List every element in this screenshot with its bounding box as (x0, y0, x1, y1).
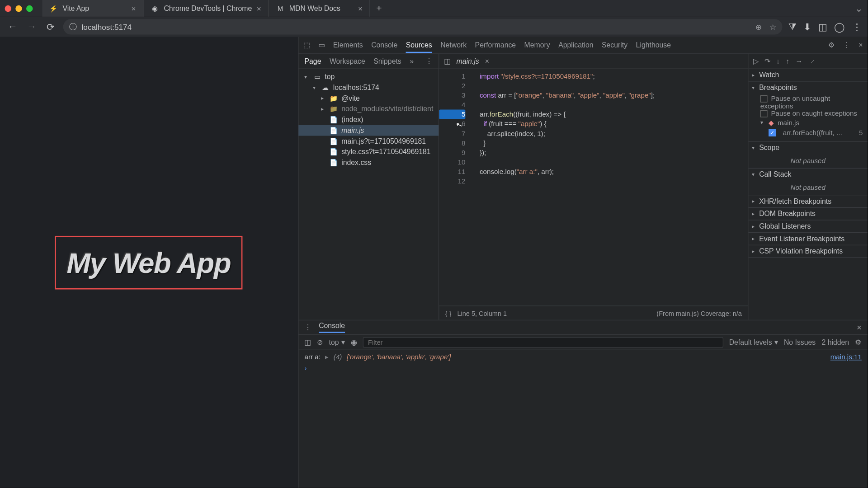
console-filter-input[interactable]: Filter (363, 337, 723, 347)
more-subtabs-icon[interactable]: » (410, 57, 414, 65)
zoom-icon[interactable]: ⊕ (755, 22, 762, 31)
watch-pane[interactable]: ▸Watch (748, 69, 868, 81)
log-levels-selector[interactable]: Default levels▾ (729, 338, 778, 346)
subtab-workspace[interactable]: Workspace (330, 57, 365, 65)
deactivate-breakpoints-icon[interactable]: ⟋ (809, 57, 816, 65)
more-icon[interactable]: ⋮ (425, 57, 433, 65)
new-tab-button[interactable]: + (370, 3, 388, 14)
subtab-page[interactable]: Page (304, 57, 321, 65)
close-tab-icon[interactable]: × (131, 4, 136, 13)
close-drawer-icon[interactable]: × (857, 323, 862, 332)
tab-memory[interactable]: Memory (524, 41, 550, 49)
tree-folder[interactable]: ▸📁node_modules/vite/dist/client (298, 103, 439, 114)
code-content[interactable]: import "/style.css?t=1710504969181"; con… (469, 69, 655, 305)
tree-file[interactable]: 📄main.js (298, 125, 439, 136)
app-title: My Web App (66, 246, 231, 279)
more-icon[interactable]: ⋮ (304, 323, 311, 331)
console-tab[interactable]: Console (319, 322, 345, 333)
file-icon: 📄 (330, 126, 338, 134)
log-source-link[interactable]: main.js:11 (830, 353, 862, 361)
browser-tab[interactable]: M MDN Web Docs × (269, 0, 370, 17)
chevron-down-icon[interactable]: ⌄ (855, 3, 863, 14)
tree-host[interactable]: ▾☁localhost:5174 (298, 82, 439, 93)
global-listeners-pane[interactable]: ▸Global Listeners (748, 221, 868, 232)
tab-security[interactable]: Security (602, 41, 627, 49)
resume-icon[interactable]: ▷ (753, 57, 759, 65)
tree-file[interactable]: 📄main.js?t=1710504969181 (298, 136, 439, 147)
pretty-print-icon[interactable]: { } (445, 310, 452, 317)
pause-caught-checkbox[interactable]: Pause on caught exceptions (760, 109, 863, 117)
tree-folder[interactable]: ▸📁@vite (298, 93, 439, 104)
context-selector[interactable]: top▾ (329, 338, 345, 346)
breakpoint-entry[interactable]: arr.forEach((fruit, …5 (760, 128, 863, 137)
tab-elements[interactable]: Elements (333, 41, 363, 49)
tree-file[interactable]: 📄index.css (298, 157, 439, 168)
reload-button[interactable]: ⟳ (44, 20, 57, 33)
csp-breakpoints-pane[interactable]: ▸CSP Violation Breakpoints (748, 245, 868, 257)
dom-breakpoints-pane[interactable]: ▸DOM Breakpoints (748, 208, 868, 220)
browser-tab[interactable]: ◉ Chrome DevTools | Chrome × (144, 0, 269, 17)
step-out-icon[interactable]: ↑ (786, 57, 789, 65)
scope-pane[interactable]: ▾Scope (748, 142, 868, 154)
hidden-label[interactable]: 2 hidden (821, 338, 849, 346)
web-page: My Web App (0, 37, 298, 488)
tab-lighthouse[interactable]: Lighthouse (636, 41, 671, 49)
tab-sources[interactable]: Sources (406, 41, 432, 52)
console-settings-icon[interactable]: ⚙ (855, 338, 861, 346)
devtools-tabs: ⬚ ▭ Elements Console Sources Network Per… (298, 37, 868, 54)
close-devtools-icon[interactable]: × (859, 41, 863, 49)
tree-top[interactable]: ▾▭top (298, 71, 439, 82)
profile-icon[interactable]: ◯ (834, 21, 845, 33)
close-file-icon[interactable]: × (485, 57, 489, 65)
file-tree: ▾▭top ▾☁localhost:5174 ▸📁@vite ▸📁node_mo… (298, 69, 439, 320)
menu-icon[interactable]: ⋮ (852, 21, 862, 33)
console-prompt[interactable]: › (304, 365, 861, 372)
settings-icon[interactable]: ⚙ (828, 41, 835, 49)
step-into-icon[interactable]: ↓ (776, 57, 780, 65)
console-log-row[interactable]: arr a: ▸ (4) ['orange', 'banana', 'apple… (304, 352, 861, 361)
back-button[interactable]: ← (6, 20, 19, 33)
minimize-window-icon[interactable] (15, 5, 22, 11)
clear-console-icon[interactable]: ⊘ (317, 338, 323, 346)
inspect-icon[interactable]: ⬚ (303, 41, 310, 49)
step-icon[interactable]: → (796, 57, 803, 65)
breakpoint-file[interactable]: ▾◆main.js (760, 117, 863, 128)
breakpoints-pane[interactable]: ▾Breakpoints (748, 82, 868, 94)
bookmark-icon[interactable]: ☆ (769, 22, 777, 31)
tab-performance[interactable]: Performance (475, 41, 516, 49)
tab-console[interactable]: Console (371, 41, 397, 49)
tree-file[interactable]: 📄style.css?t=1710504969181 (298, 146, 439, 157)
extensions-icon[interactable]: ⧩ (788, 21, 796, 33)
code-editor[interactable]: 1 2 3 4 5 6 7 8 9 10 11 12 (439, 69, 748, 305)
line-gutter[interactable]: 1 2 3 4 5 6 7 8 9 10 11 12 (439, 69, 469, 305)
sidepanel-icon[interactable]: ◫ (818, 21, 827, 33)
event-listener-breakpoints-pane[interactable]: ▸Event Listener Breakpoints (748, 233, 868, 244)
toggle-navigator-icon[interactable]: ◫ (444, 57, 450, 65)
close-tab-icon[interactable]: × (358, 4, 363, 13)
window-icon: ▭ (313, 73, 321, 81)
device-toolbar-icon[interactable]: ▭ (318, 41, 325, 49)
callstack-pane[interactable]: ▾Call Stack (748, 169, 868, 180)
maximize-window-icon[interactable] (26, 5, 33, 11)
browser-tab[interactable]: ⚡ Vite App × (42, 0, 144, 17)
toggle-sidebar-icon[interactable]: ◫ (304, 338, 311, 346)
tab-application[interactable]: Application (558, 41, 593, 49)
site-info-icon[interactable]: ⓘ (69, 21, 77, 32)
live-expression-icon[interactable]: ◉ (351, 338, 357, 346)
close-window-icon[interactable] (5, 5, 11, 11)
step-over-icon[interactable]: ↷ (764, 57, 770, 65)
address-bar[interactable]: ⓘ localhost:5174 ⊕ ☆ (63, 19, 783, 34)
pause-uncaught-checkbox[interactable]: Pause on uncaught exceptions (760, 95, 863, 110)
issues-label[interactable]: No Issues (784, 338, 816, 346)
subtab-snippets[interactable]: Snippets (373, 57, 401, 65)
more-icon[interactable]: ⋮ (843, 41, 850, 49)
xhr-breakpoints-pane[interactable]: ▸XHR/fetch Breakpoints (748, 195, 868, 207)
close-tab-icon[interactable]: × (257, 4, 261, 13)
forward-button[interactable]: → (25, 20, 38, 33)
tree-file[interactable]: 📄(index) (298, 114, 439, 125)
debugger-sidebar: ▷ ↷ ↓ ↑ → ⟋ ▸Watch ▾Breakpoints Pause on… (748, 54, 868, 320)
downloads-icon[interactable]: ⬇ (803, 21, 811, 33)
open-file-tab[interactable]: main.js (457, 57, 479, 65)
cloud-icon: ☁ (321, 84, 329, 92)
tab-network[interactable]: Network (440, 41, 467, 49)
